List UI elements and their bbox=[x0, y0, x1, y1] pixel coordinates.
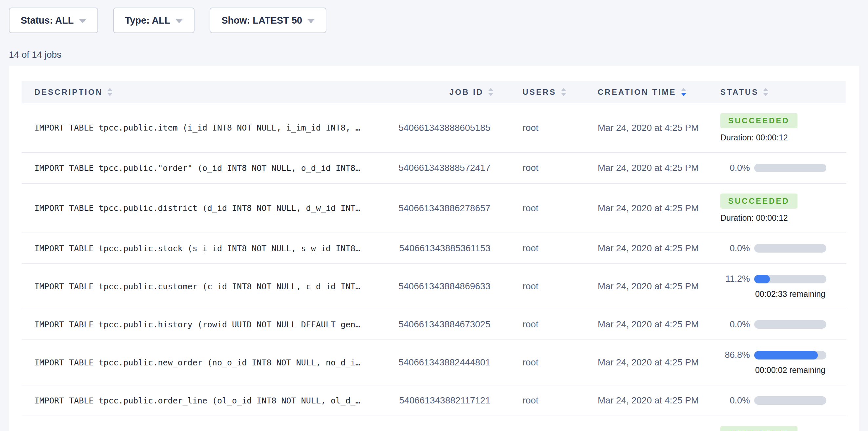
column-label: STATUS bbox=[720, 88, 758, 97]
job-creation-time: Mar 24, 2020 at 4:25 PM bbox=[579, 309, 710, 340]
job-user: root bbox=[500, 309, 579, 340]
job-user: root bbox=[500, 233, 579, 264]
column-header-creation_time[interactable]: CREATION TIME bbox=[579, 81, 710, 103]
job-id: 540661343888572417 bbox=[375, 153, 500, 183]
sort-arrows-icon bbox=[763, 88, 768, 96]
column-header-users[interactable]: USERS bbox=[500, 81, 579, 103]
show-filter-label: Show: LATEST 50 bbox=[221, 15, 302, 26]
table-row: IMPORT TABLE tpcc.public.item (i_id INT8… bbox=[22, 103, 846, 153]
job-user: root bbox=[500, 416, 579, 431]
column-header-status[interactable]: STATUS bbox=[710, 81, 846, 103]
job-creation-time: Mar 24, 2020 at 4:25 PM bbox=[579, 183, 710, 233]
status-filter-label: Status: ALL bbox=[21, 15, 74, 26]
job-status: 0.0% bbox=[710, 153, 846, 183]
progress-percent: 11.2% bbox=[720, 274, 750, 284]
chevron-down-icon bbox=[79, 19, 86, 23]
table-row: IMPORT TABLE tpcc.public.new_order (no_o… bbox=[22, 340, 846, 385]
job-user: root bbox=[500, 264, 579, 309]
table-row: IMPORT TABLE tpcc.public."order" (o_id I… bbox=[22, 153, 846, 183]
job-user: root bbox=[500, 103, 579, 153]
progress-percent: 86.8% bbox=[720, 350, 750, 360]
job-status: 11.2%00:02:33 remaining bbox=[710, 264, 846, 309]
job-description: IMPORT TABLE tpcc.public.customer (c_id … bbox=[22, 264, 375, 309]
progress-bar bbox=[754, 320, 826, 329]
job-creation-time: Mar 24, 2020 at 4:25 PM bbox=[579, 385, 710, 416]
sort-arrows-icon bbox=[561, 88, 566, 96]
table-row: IMPORT TABLE tpcc.public.district (d_id … bbox=[22, 183, 846, 233]
type-filter-label: Type: ALL bbox=[125, 15, 170, 26]
job-id: 540661343882444801 bbox=[375, 340, 500, 385]
table-row: IMPORT TABLE tpcc.public.order_line (ol_… bbox=[22, 385, 846, 416]
table-row: IMPORT TABLE tpcc.public.stock (s_i_id I… bbox=[22, 233, 846, 264]
job-creation-time: Mar 24, 2020 at 4:25 PM bbox=[579, 416, 710, 431]
job-id: 540661343888605185 bbox=[375, 103, 500, 153]
progress-bar bbox=[754, 164, 826, 172]
time-remaining: 00:02:33 remaining bbox=[754, 289, 826, 299]
job-description: IMPORT TABLE tpcc.public.order_line (ol_… bbox=[22, 385, 375, 416]
type-filter-dropdown[interactable]: Type: ALL bbox=[113, 7, 195, 33]
job-description: IMPORT TABLE tpcc.public.warehouse (w_id… bbox=[22, 416, 375, 431]
job-user: root bbox=[500, 153, 579, 183]
job-id: 540661343882117121 bbox=[375, 385, 500, 416]
job-description: IMPORT TABLE tpcc.public.new_order (no_o… bbox=[22, 340, 375, 385]
show-filter-dropdown[interactable]: Show: LATEST 50 bbox=[210, 7, 327, 33]
progress-percent: 0.0% bbox=[720, 163, 750, 173]
progress-bar-fill bbox=[754, 275, 770, 283]
jobs-table-header: DESCRIPTIONJOB IDUSERSCREATION TIMESTATU… bbox=[22, 81, 846, 103]
progress-percent: 0.0% bbox=[720, 319, 750, 330]
column-label: DESCRIPTION bbox=[34, 88, 103, 97]
job-description: IMPORT TABLE tpcc.public.district (d_id … bbox=[22, 183, 375, 233]
column-header-job_id[interactable]: JOB ID bbox=[375, 81, 500, 103]
job-creation-time: Mar 24, 2020 at 4:25 PM bbox=[579, 233, 710, 264]
job-id: 540661343884869633 bbox=[375, 264, 500, 309]
job-status: 0.0% bbox=[710, 233, 846, 264]
job-status: SUCCEEDEDDuration: 00:00:12 bbox=[710, 183, 846, 233]
progress-bar bbox=[754, 396, 826, 405]
column-label: CREATION TIME bbox=[598, 88, 676, 97]
job-status: SUCCEEDEDDuration: 00:00:08 bbox=[710, 416, 846, 431]
progress-percent: 0.0% bbox=[720, 396, 750, 406]
job-creation-time: Mar 24, 2020 at 4:25 PM bbox=[579, 153, 710, 183]
jobs-table-card: DESCRIPTIONJOB IDUSERSCREATION TIMESTATU… bbox=[9, 66, 859, 431]
status-badge: SUCCEEDED bbox=[720, 113, 798, 128]
progress-percent: 0.0% bbox=[720, 243, 750, 253]
job-id: 540661343885361153 bbox=[375, 233, 500, 264]
sort-arrows-icon bbox=[488, 88, 493, 96]
job-user: root bbox=[500, 183, 579, 233]
job-creation-time: Mar 24, 2020 at 4:25 PM bbox=[579, 340, 710, 385]
column-label: JOB ID bbox=[450, 88, 484, 97]
sort-arrows-icon bbox=[107, 88, 113, 96]
job-description: IMPORT TABLE tpcc.public.item (i_id INT8… bbox=[22, 103, 375, 153]
job-creation-time: Mar 24, 2020 at 4:25 PM bbox=[579, 103, 710, 153]
job-duration: Duration: 00:00:12 bbox=[720, 133, 846, 142]
job-description: IMPORT TABLE tpcc.public.history (rowid … bbox=[22, 309, 375, 340]
progress-bar bbox=[754, 244, 826, 252]
column-label: USERS bbox=[523, 88, 556, 97]
job-user: root bbox=[500, 385, 579, 416]
status-badge: SUCCEEDED bbox=[720, 426, 798, 431]
status-filter-dropdown[interactable]: Status: ALL bbox=[9, 7, 98, 33]
chevron-down-icon bbox=[307, 19, 315, 23]
progress-bar bbox=[754, 275, 826, 283]
job-status: 0.0% bbox=[710, 385, 846, 416]
job-description: IMPORT TABLE tpcc.public."order" (o_id I… bbox=[22, 153, 375, 183]
progress-bar-fill bbox=[754, 351, 818, 360]
job-id: 540661343884673025 bbox=[375, 309, 500, 340]
sort-arrows-icon bbox=[681, 88, 686, 96]
job-status: 0.0% bbox=[710, 309, 846, 340]
job-duration: Duration: 00:00:12 bbox=[720, 213, 846, 223]
job-status: 86.8%00:00:02 remaining bbox=[710, 340, 846, 385]
job-status: SUCCEEDEDDuration: 00:00:12 bbox=[710, 103, 846, 153]
job-id: 540661343826444289 bbox=[375, 416, 500, 431]
status-badge: SUCCEEDED bbox=[720, 193, 798, 209]
jobs-filter-bar: Status: ALL Type: ALL Show: LATEST 50 bbox=[0, 0, 868, 33]
progress-bar bbox=[754, 351, 826, 360]
column-header-description[interactable]: DESCRIPTION bbox=[22, 81, 375, 103]
jobs-count-label: 14 of 14 jobs bbox=[9, 50, 868, 60]
table-row: IMPORT TABLE tpcc.public.customer (c_id … bbox=[22, 264, 846, 309]
job-id: 540661343886278657 bbox=[375, 183, 500, 233]
time-remaining: 00:00:02 remaining bbox=[754, 365, 826, 375]
table-row: IMPORT TABLE tpcc.public.history (rowid … bbox=[22, 309, 846, 340]
chevron-down-icon bbox=[176, 19, 183, 23]
jobs-table: DESCRIPTIONJOB IDUSERSCREATION TIMESTATU… bbox=[22, 81, 846, 431]
